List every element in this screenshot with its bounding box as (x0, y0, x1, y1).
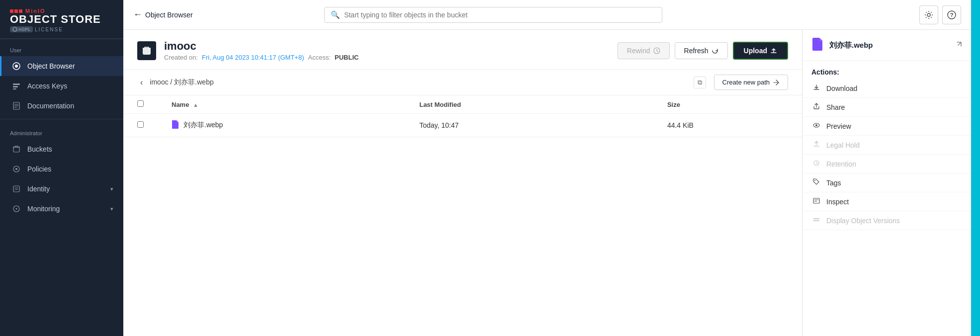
identity-expand-icon: ▾ (110, 186, 113, 192)
created-value: Fri, Aug 04 2023 10:41:17 (GMT+8) (202, 54, 304, 61)
sidebar-item-identity[interactable]: Identity ▾ (0, 179, 123, 199)
panel-action-tags[interactable]: Tags (802, 173, 971, 192)
back-label: Object Browser (145, 11, 193, 19)
file-table-body: 刘亦菲.webp Today, 10:47 44.4 KiB (123, 114, 802, 137)
agpl-badge: AGPL (10, 26, 33, 32)
preview-icon (811, 122, 821, 130)
search-icon: 🔍 (331, 10, 340, 19)
topbar: ← Object Browser 🔍 ? (123, 0, 971, 30)
content-area: imooc Created on: Fri, Aug 04 2023 10:41… (123, 30, 971, 336)
panel-action-share[interactable]: Share (802, 98, 971, 117)
upload-label: Upload (744, 47, 767, 55)
share-icon (811, 103, 821, 111)
rewind-button[interactable]: Rewind (618, 42, 670, 59)
tags-icon (811, 178, 821, 187)
sidebar-divider-admin (0, 119, 123, 119)
refresh-button[interactable]: Refresh (675, 42, 728, 59)
svg-point-22 (815, 124, 817, 126)
panel-close-button[interactable] (954, 41, 962, 49)
path-back-button[interactable]: ‹ (137, 77, 146, 88)
back-arrow-icon: ← (133, 9, 142, 20)
bucket-icon (137, 41, 156, 60)
sidebar-item-documentation[interactable]: Documentation (0, 96, 123, 116)
path-text: imooc / 刘亦菲.webp (150, 78, 689, 87)
preview-label: Preview (826, 122, 851, 130)
table-header-row: Name ▲ Last Modified Size (123, 95, 802, 114)
inspect-icon (811, 197, 821, 206)
panel-action-preview[interactable]: Preview (802, 117, 971, 136)
created-label: Created on: (164, 54, 198, 61)
policies-icon (11, 164, 21, 174)
col-check-header (123, 95, 158, 114)
access-value: PUBLIC (335, 54, 358, 61)
file-name: 刘亦菲.webp (183, 121, 223, 130)
sidebar-item-object-browser[interactable]: Object Browser (0, 56, 123, 76)
identity-label: Identity (27, 185, 50, 193)
minio-squares (10, 9, 22, 13)
logo-subtitle: AGPL LICENSE (10, 26, 113, 32)
table-row[interactable]: 刘亦菲.webp Today, 10:47 44.4 KiB (123, 114, 802, 137)
legal-hold-icon (811, 141, 821, 149)
col-name-header[interactable]: Name ▲ (158, 95, 405, 114)
panel-file-icon (811, 37, 824, 54)
settings-button[interactable] (919, 5, 938, 24)
refresh-label: Refresh (684, 47, 709, 55)
rewind-icon (653, 47, 660, 54)
file-type-icon (172, 120, 179, 131)
svg-rect-29 (813, 220, 819, 221)
panel-action-download[interactable]: Download (802, 79, 971, 98)
sidebar-item-policies[interactable]: Policies (0, 159, 123, 179)
logo-area: MinIO OBJECT STORE AGPL LICENSE (0, 0, 123, 39)
svg-text:?: ? (950, 12, 954, 18)
topbar-actions: ? (919, 5, 961, 24)
row-name-cell: 刘亦菲.webp (158, 114, 405, 137)
identity-icon (11, 184, 21, 194)
access-keys-icon (11, 81, 21, 91)
right-panel: 刘亦菲.webp Actions: Download Share Preview… (802, 30, 971, 336)
help-button[interactable]: ? (942, 5, 961, 24)
upload-icon (770, 47, 777, 54)
sidebar-item-access-keys[interactable]: Access Keys (0, 76, 123, 96)
col-modified-header[interactable]: Last Modified (405, 95, 653, 114)
row-size-cell: 44.4 KiB (653, 114, 802, 137)
settings-icon (924, 10, 933, 19)
sidebar-item-monitoring[interactable]: Monitoring ▾ (0, 199, 123, 219)
display-versions-action[interactable]: Display Object Versions (802, 211, 971, 230)
user-section-label: User (0, 39, 123, 56)
panel-action-inspect[interactable]: Inspect (802, 192, 971, 211)
svg-point-17 (927, 13, 930, 16)
monitoring-expand-icon: ▾ (110, 206, 113, 212)
search-input[interactable] (344, 11, 656, 19)
download-icon (811, 84, 821, 92)
rewind-label: Rewind (627, 47, 650, 55)
back-button[interactable]: ← Object Browser (133, 9, 193, 20)
admin-section-label: Administrator (0, 122, 123, 139)
tags-label: Tags (826, 179, 841, 187)
bucket-info: imooc Created on: Fri, Aug 04 2023 10:41… (164, 40, 610, 61)
license-label: LICENSE (35, 27, 63, 32)
search-bar: 🔍 (324, 7, 662, 23)
retention-label: Retention (826, 160, 856, 168)
object-browser-label: Object Browser (27, 62, 75, 70)
svg-point-0 (13, 27, 17, 31)
object-browser-icon (11, 61, 21, 71)
bucket-header: imooc Created on: Fri, Aug 04 2023 10:41… (123, 30, 802, 70)
file-row-name: 刘亦菲.webp (172, 120, 391, 131)
create-path-button[interactable]: Create new path (714, 75, 788, 90)
panel-expand-icon (954, 41, 962, 49)
help-icon: ? (947, 10, 956, 19)
cyan-edge (971, 0, 980, 336)
buckets-icon (11, 144, 21, 154)
col-size-header[interactable]: Size (653, 95, 802, 114)
svg-point-16 (16, 208, 17, 210)
sidebar-item-buckets[interactable]: Buckets (0, 139, 123, 159)
panel-actions-title: Actions: (802, 61, 971, 79)
panel-file-name: 刘亦菲.webp (829, 41, 949, 50)
upload-button[interactable]: Upload (733, 42, 788, 60)
path-copy-button[interactable]: ⧉ (694, 77, 706, 88)
row-checkbox[interactable] (137, 121, 144, 128)
select-all-checkbox[interactable] (137, 100, 144, 107)
bucket-svg-icon (141, 45, 152, 56)
svg-point-24 (814, 180, 815, 181)
svg-rect-3 (13, 84, 20, 85)
